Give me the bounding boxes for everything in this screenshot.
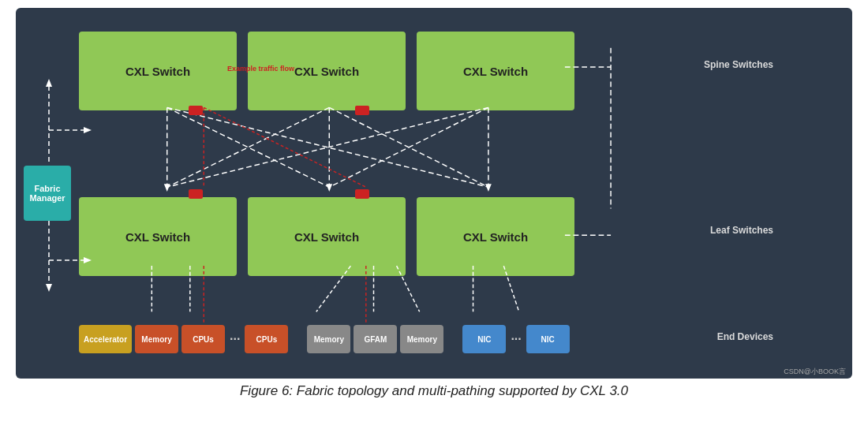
red-connector-leaf1	[189, 189, 203, 199]
red-connector-spine2	[355, 106, 369, 115]
fabric-manager: Fabric Manager	[24, 166, 71, 221]
svg-line-14	[167, 107, 488, 187]
svg-marker-24	[164, 184, 170, 192]
end-devices-row: Accelerator Memory CPUs ··· CPUs Memory	[79, 325, 773, 353]
leaf-label: Leaf Switches	[710, 225, 773, 236]
svg-marker-1	[46, 79, 52, 87]
device-cpu-2: CPUs	[245, 325, 288, 353]
svg-line-21	[204, 107, 366, 187]
device-nic-1: NIC	[462, 325, 506, 353]
svg-line-10	[167, 107, 488, 187]
spine-switch-1: CXL Switch	[79, 32, 237, 110]
leaf-switch-2: CXL Switch	[248, 197, 406, 276]
diagram-wrapper: Fabric Manager	[16, 8, 852, 379]
fabric-manager-label: Fabric Manager	[27, 184, 68, 203]
red-connector-spine1	[189, 106, 203, 115]
dots-separator-2: ···	[511, 332, 521, 346]
figure-caption: Figure 6: Fabric topology and multi-path…	[240, 383, 628, 399]
page-container: Fabric Manager	[0, 0, 868, 444]
svg-line-9	[167, 107, 330, 187]
svg-marker-25	[326, 184, 332, 192]
svg-marker-3	[46, 284, 52, 292]
device-gfam: GFAM	[354, 325, 397, 353]
spine-row: CXL Switch CXL Switch CXL Switch Spine S…	[79, 32, 773, 110]
dots-separator-1: ···	[230, 332, 240, 346]
svg-line-15	[329, 107, 488, 187]
leaf-row: CXL Switch CXL Switch CXL Switch Leaf Sw…	[79, 197, 773, 276]
leaf-switch-3: CXL Switch	[417, 197, 574, 276]
device-memory-2: Memory	[307, 325, 350, 353]
traffic-flow-label: Example traffic flow	[227, 65, 294, 73]
svg-marker-26	[485, 184, 492, 192]
svg-line-11	[167, 107, 330, 187]
end-devices-label: End Devices	[717, 331, 773, 342]
spine-switch-3: CXL Switch	[417, 32, 574, 110]
device-memory-3: Memory	[400, 325, 443, 353]
svg-line-13	[329, 107, 488, 187]
device-cpu-1: CPUs	[181, 325, 225, 353]
device-nic-2: NIC	[526, 325, 570, 353]
watermark: CSDN@小BOOK言	[784, 367, 846, 377]
spine-label: Spine Switches	[704, 59, 773, 70]
main-area: Example traffic flow CXL Switch CXL Swit…	[79, 17, 844, 369]
red-connector-leaf2	[355, 189, 369, 199]
device-memory-1: Memory	[135, 325, 178, 353]
leaf-switch-1: CXL Switch	[79, 197, 237, 276]
device-accelerator: Accelerator	[79, 325, 132, 353]
